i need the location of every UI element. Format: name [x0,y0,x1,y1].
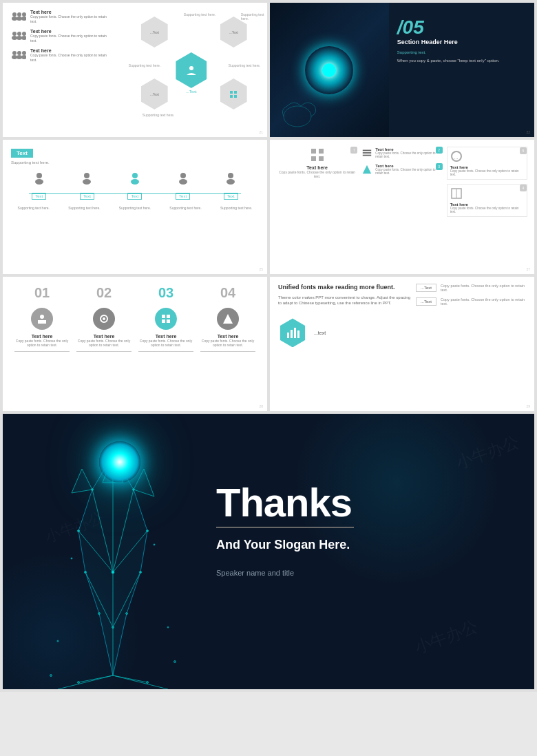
s5-icon-2 [93,308,115,330]
slide-4: 7 Text here Copy paste fonts. Choose the… [270,140,534,274]
thanks-content-area: Thanks And Your Slogan Here. Speaker nam… [216,483,354,577]
orb-glow [99,441,140,483]
svg-point-77 [85,571,87,574]
svg-rect-55 [287,333,289,338]
tl-label-4: Text [176,193,190,200]
s2-page: 22 [526,130,530,134]
people-icon-3 [11,50,26,61]
badge-2: 2 [436,147,443,154]
svg-rect-39 [363,152,371,154]
svg-point-23 [284,106,311,127]
svg-point-5 [21,17,26,21]
s2-desc: When you copy & paste, choose "keep text… [397,58,526,63]
svg-rect-35 [319,149,324,154]
s6-hex-icon [286,326,299,339]
s6-hex [278,318,307,347]
slide-1: Text here Copy paste fonts. Choose the o… [3,3,267,137]
people-icon-1 [11,11,26,22]
s5-num-03: 03 [158,285,173,301]
s4-card-desc-1: Copy paste fonts. Choose the only option… [277,170,357,178]
svg-point-85 [78,682,80,684]
s4-card-title-1: Text here [277,165,357,170]
s1-support-5: Supporting text here. [143,113,174,117]
svg-rect-37 [319,156,324,161]
person-icon-tl-2 [80,171,94,185]
svg-point-4 [22,12,26,17]
svg-rect-20 [234,91,237,94]
s5-icon-4 [217,308,239,330]
s5-item-desc-2: Copy paste fonts. Choose the only option… [76,339,131,347]
s5-num-04: 04 [220,285,235,301]
svg-point-25 [35,179,43,185]
svg-rect-47 [38,320,46,324]
person-icon-tl-1 [32,171,46,185]
s5-item-title-4: Text here [200,334,255,339]
hand-figure [17,421,202,689]
badge-3: 3 [436,163,443,170]
s4-page: 27 [526,267,530,271]
person-icon-tl-5 [224,171,238,185]
svg-point-46 [40,315,44,319]
person-icon-tl-4 [176,171,190,185]
tl-label-2: Text [80,193,94,200]
svg-rect-19 [230,91,233,94]
s3-page: 25 [259,267,263,271]
svg-point-3 [17,17,22,21]
card-icon-5 [450,187,463,200]
s1-page: 21 [259,130,263,134]
s5-divider-1 [14,351,70,352]
s5-icon-3 [155,308,177,330]
s4-card-desc-5: Copy paste fonts. Choose the only option… [450,207,524,213]
s6-page: 29 [526,404,530,408]
s5-item-title-2: Text here [76,334,131,339]
s5-item-desc-1: Copy paste fonts. Choose the only option… [14,339,70,347]
svg-point-89 [57,640,59,642]
svg-point-28 [132,173,138,178]
svg-rect-57 [294,328,296,338]
svg-rect-52 [162,319,165,323]
svg-point-71 [133,489,135,491]
svg-marker-54 [223,314,233,324]
thanks-speaker: Speaker name and title [216,569,354,577]
svg-point-29 [131,179,139,185]
card-icon-3 [361,163,372,176]
svg-point-91 [50,675,52,677]
svg-line-84 [113,675,168,689]
slide-3: Text Supporting text here. Text Text [3,140,267,274]
s5-divider-3 [138,351,193,352]
svg-point-30 [180,173,186,178]
s4-card-desc-3: Copy paste fonts. Choose the only option… [375,168,442,175]
s1-desc-3: Copy paste fonts. Choose the only option… [30,53,114,62]
s2-supporting: Supporting text. [397,50,526,55]
card-icon-1 [309,147,326,163]
svg-point-73 [147,530,149,532]
watermark-2: 小牛办公 [411,616,481,659]
tl-support-1: Supporting text here. [13,206,54,210]
svg-point-12 [12,51,17,55]
s4-card-desc-2: Copy paste fonts. Choose the only option… [375,151,442,158]
svg-point-14 [17,51,21,55]
svg-point-1 [12,17,17,21]
svg-point-86 [147,682,149,684]
s3-tag: Text [11,149,33,158]
card-icon-2 [361,147,372,159]
s6-box-1-label: ...Text [416,284,436,292]
s3-supporting: Supporting text here. [11,160,259,165]
s6-box-1-desc: Copy paste fonts. Choose the only option… [441,284,526,292]
s5-num-02: 02 [96,285,112,301]
svg-marker-62 [72,469,92,493]
svg-point-15 [17,55,22,59]
svg-point-17 [21,55,26,59]
svg-point-16 [22,51,26,55]
svg-point-80 [98,613,101,615]
svg-point-78 [112,627,114,629]
s6-hex-text: ...text [314,330,326,335]
svg-rect-56 [291,330,293,338]
svg-point-2 [17,12,21,17]
s6-desc: Theme color makes PPT more convenient to… [278,295,410,306]
svg-point-18 [189,66,193,70]
svg-point-49 [103,317,105,320]
s1-support-1: Supporting text here. [184,12,215,17]
s5-item-title-3: Text here [138,334,193,339]
thanks-underline [216,527,354,528]
